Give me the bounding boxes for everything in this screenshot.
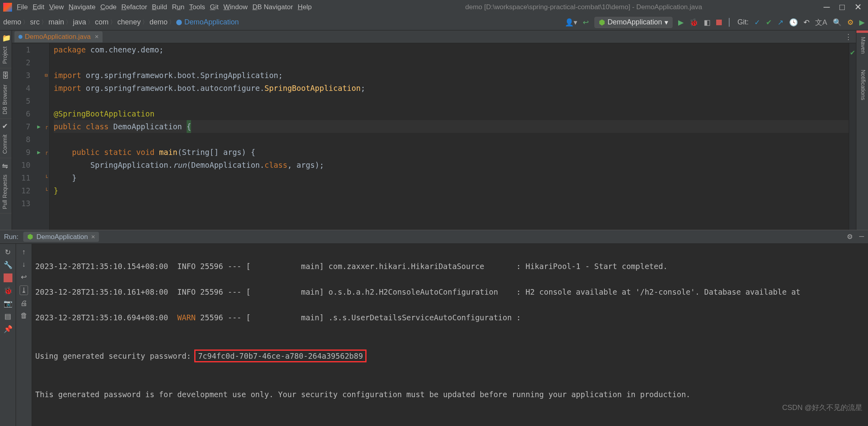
project-tool[interactable]: Project (0, 42, 12, 68)
rerun-icon[interactable]: ↻ (4, 248, 12, 257)
run-tab[interactable]: ⬢ DemoApplication × (23, 232, 99, 242)
db-browser-tool-icon[interactable]: 🗄 (2, 72, 10, 80)
bc-3[interactable]: java (73, 18, 86, 26)
line-numbers: 123 456 789 101112 13 (12, 43, 34, 230)
run-config-label: DemoApplication (608, 18, 662, 26)
menu-git[interactable]: Git (210, 3, 219, 11)
print-icon[interactable]: 🖨 (20, 299, 28, 307)
minimize-icon[interactable]: ─ (824, 2, 830, 12)
bc-2[interactable]: main (48, 18, 64, 26)
soft-wrap-icon[interactable]: ↩ (21, 273, 27, 281)
commit-tool-icon[interactable]: ✔ (2, 122, 10, 130)
wrench-icon[interactable]: 🔧 (4, 261, 12, 269)
camera-icon[interactable]: 📷 (4, 299, 12, 308)
code-editor[interactable]: 123 456 789 101112 13 ▶ ▶ ⊟ ┌┌ └└ packag… (12, 43, 856, 230)
down-icon[interactable]: ↓ (22, 260, 26, 269)
spring-icon: ⬢ (27, 233, 33, 241)
db-browser-tool[interactable]: DB Browser (0, 80, 12, 119)
gear-icon[interactable]: ⚙ (847, 233, 853, 241)
run-actions-rail: ↻ 🔧 🐞 📷 ▤ 📌 (0, 244, 16, 426)
git-commit-icon[interactable]: ✔ (766, 18, 772, 27)
project-tool-icon[interactable]: 📁 (2, 34, 10, 42)
run-icon[interactable]: ▶ (678, 18, 684, 27)
menu-code[interactable]: Code (100, 3, 117, 11)
class-icon (18, 35, 22, 39)
user-icon[interactable]: 👤▾ (565, 18, 577, 27)
gutter-run-icons: ▶ ▶ (34, 43, 43, 230)
ide-settings-icon[interactable]: ⚙ (847, 18, 854, 27)
bc-5[interactable]: cheney (117, 18, 141, 26)
chevron-down-icon: ▾ (665, 18, 668, 27)
code-content[interactable]: package com.cheney.demo; import org.spri… (50, 43, 849, 230)
title-bar: FFileile Edit View Navigate Code Refacto… (0, 0, 868, 14)
left-tool-rail: 📁 Project 🗄 DB Browser ✔ Commit ⇋ Pull R… (0, 30, 12, 230)
main-menu: FFileile Edit View Navigate Code Refacto… (17, 3, 312, 11)
menu-edit[interactable]: Edit (32, 3, 44, 11)
menu-refactor[interactable]: Refactor (121, 3, 147, 11)
menu-view[interactable]: View (49, 3, 64, 11)
fold-gutter: ⊟ ┌┌ └└ (43, 43, 50, 230)
run-config-select[interactable]: ⬢ DemoApplication ▾ (594, 17, 673, 28)
run-label: Run: (4, 233, 18, 241)
search-icon[interactable]: 🔍 (833, 18, 842, 27)
editor-tab-label: DemoApplication.java (25, 33, 91, 41)
tab-menu-icon[interactable]: ⋮ (845, 32, 856, 41)
stop-run-icon[interactable] (4, 273, 12, 282)
translate-icon[interactable]: 文A (815, 18, 827, 27)
back-icon[interactable]: ↩ (583, 18, 589, 27)
git-label: Git: (737, 18, 749, 26)
commit-tool[interactable]: Commit (0, 131, 12, 158)
menu-file[interactable]: FFileile (17, 3, 28, 11)
inspection-strip[interactable]: ✔ (849, 43, 856, 230)
trash-icon[interactable]: 🗑 (20, 311, 28, 320)
git-revert-icon[interactable]: ↶ (804, 18, 810, 27)
app-logo-icon (3, 3, 12, 12)
bc-0[interactable]: demo (3, 18, 21, 26)
git-update-icon[interactable]: ✓ (754, 18, 760, 27)
bc-7[interactable]: DemoApplication (184, 18, 239, 26)
coverage-icon[interactable]: ◧ (704, 18, 711, 27)
window-title: demo [D:\workspace\spring-practical-comb… (312, 3, 824, 11)
class-icon (176, 20, 182, 25)
maximize-icon[interactable]: □ (840, 2, 845, 12)
menu-window[interactable]: Window (224, 3, 248, 11)
bc-6[interactable]: demo (149, 18, 167, 26)
pull-requests-tool-icon[interactable]: ⇋ (2, 162, 10, 170)
git-push-icon[interactable]: ↗ (777, 18, 783, 27)
menu-build[interactable]: Build (152, 3, 167, 11)
scroll-end-icon[interactable]: ⤓ (20, 285, 28, 295)
menu-tools[interactable]: Tools (189, 3, 205, 11)
pull-requests-tool[interactable]: Pull Requests (0, 171, 12, 213)
notifications-tool[interactable]: Notifications (856, 66, 868, 104)
minimize-panel-icon[interactable]: ─ (859, 233, 864, 241)
breadcrumb[interactable]: demo〉 src〉 main〉 java〉 com〉 cheney〉 demo… (3, 18, 239, 26)
git-history-icon[interactable]: 🕓 (789, 18, 798, 27)
maven-tool[interactable]: Maven (856, 33, 868, 58)
debug-icon[interactable]: 🐞 (689, 18, 698, 27)
bc-1[interactable]: src (30, 18, 40, 26)
tab-close-icon[interactable]: × (95, 33, 99, 41)
close-icon[interactable]: ✕ (854, 2, 862, 12)
menu-navigate[interactable]: Navigate (68, 3, 95, 11)
debug-attach-icon[interactable]: 🐞 (4, 286, 12, 295)
menu-run[interactable]: Run (172, 3, 184, 11)
editor-tab-bar: DemoApplication.java × ⋮ (12, 30, 856, 43)
editor-tab[interactable]: DemoApplication.java × (14, 31, 103, 42)
right-tool-rail: Maven Notifications (856, 30, 868, 230)
menu-help[interactable]: Help (298, 3, 312, 11)
run-line-icon[interactable]: ▶ (34, 146, 43, 159)
navigation-bar: demo〉 src〉 main〉 java〉 com〉 cheney〉 demo… (0, 14, 868, 30)
run-panel-header: Run: ⬢ DemoApplication × ⚙ ─ (0, 230, 868, 244)
run-tab-close-icon[interactable]: × (91, 233, 95, 241)
bc-4[interactable]: com (95, 18, 109, 26)
play-store-icon[interactable]: ▶ (859, 18, 865, 27)
stop-icon[interactable] (716, 20, 722, 25)
run-line-icon[interactable]: ▶ (34, 120, 43, 133)
up-icon[interactable]: ↑ (22, 248, 26, 256)
spring-icon: ⬢ (599, 18, 605, 27)
menu-dbnavigator[interactable]: DB Navigator (252, 3, 293, 11)
pin-icon[interactable]: 📌 (4, 325, 12, 334)
console-output[interactable]: 2023-12-28T21:35:10.154+08:00 INFO 25596… (32, 244, 868, 426)
layout-icon[interactable]: ▤ (4, 312, 12, 321)
check-ok-icon: ✔ (849, 43, 856, 58)
